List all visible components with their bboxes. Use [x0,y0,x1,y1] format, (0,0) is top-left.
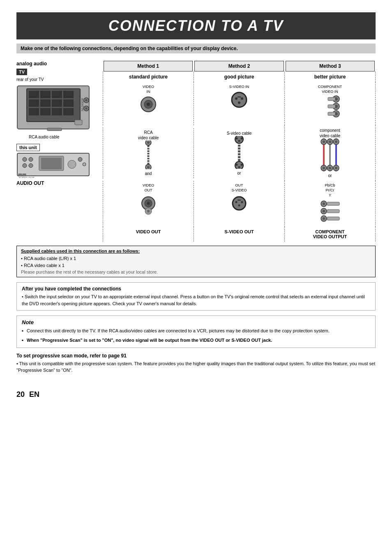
component-unit-connector [316,198,344,224]
method3-tv-connector: COMPONENTVIDEO IN [284,82,376,125]
svg-point-76 [335,140,337,143]
svg-point-94 [323,203,325,205]
note-item-1: • Connect this unit directly to the TV. … [22,327,370,335]
supplied-cables-box: Supplied cables used in this connection … [16,246,376,277]
svg-rect-5 [63,91,74,98]
svg-point-33 [83,163,86,166]
svg-rect-7 [40,99,51,107]
method1-header: Method 1 [104,61,193,71]
svg-point-56 [147,141,150,144]
svg-rect-98 [327,210,339,213]
svg-rect-92 [238,200,241,200]
svg-rect-47 [328,97,335,101]
svg-rect-4 [52,91,62,98]
svg-rect-10 [29,108,39,115]
unit-connectors-row: VIDEOOUT OUTS-VIDEO [103,181,376,227]
method1-quality: standard picture [103,71,194,82]
svg-rect-50 [328,105,335,108]
methods-wrapper: Method 1 Method 2 Method 3 standard pict… [99,61,376,242]
progressive-scan-text: • This unit is compatible with the progr… [16,360,376,374]
svg-point-39 [147,103,150,106]
after-connections-text: • Switch the input selector on your TV t… [22,293,370,307]
svg-point-19 [85,99,88,101]
svg-point-42 [241,97,243,100]
method1-tv-connector: VIDEOIN [103,82,194,125]
svg-point-87 [147,210,150,212]
svg-rect-11 [40,108,51,115]
svg-rect-9 [63,99,74,107]
tv-label: TV [16,69,27,75]
note-section: Note • Connect this unit directly to the… [16,315,376,348]
method2-header: Method 2 [194,61,284,71]
svg-point-65 [236,164,238,166]
component-connector-top [316,94,344,123]
svg-point-26 [23,164,27,168]
svg-rect-8 [52,99,62,107]
svg-rect-95 [327,202,339,205]
unit-label: this unit [16,144,40,151]
note-list: • Connect this unit directly to the TV. … [22,327,370,344]
svg-point-40 [232,92,247,107]
picture-quality-row: standard picture good picture better pic… [103,71,376,82]
svg-point-90 [241,201,243,203]
svg-point-72 [323,140,325,143]
svg-point-27 [29,157,33,161]
method2-tv-connector: S-VIDEO IN [194,82,284,125]
svg-point-60 [235,136,243,143]
rca-unit-connector [137,193,160,216]
svg-point-74 [329,140,331,143]
svideo-connector-top [228,90,251,114]
svg-point-82 [335,167,337,169]
page-title: CONNECTION TO A TV [16,12,376,39]
svg-point-28 [29,164,33,168]
svg-rect-53 [328,112,335,115]
svg-point-97 [323,210,325,212]
method1-unit-connector: VIDEOOUT [103,181,194,227]
svg-point-21 [85,107,88,110]
tv-svg: AUDIO IN L R [16,84,92,131]
svg-rect-13 [63,108,74,115]
rear-label: rear of your TV [16,77,44,82]
method3-cable: component video cable [284,125,376,181]
svideo-unit-connector [228,193,251,216]
svg-point-88 [233,197,246,210]
page-suffix: EN [29,390,39,398]
connection-diagram: analog audio TV rear of your TV [16,61,376,242]
supplied-cables-note: Please purchase the rest of the necessar… [21,269,371,274]
rca-audio-cable-label: RCA audio cable [29,134,60,140]
supplied-cables-list: • RCA audio cable (L/R) x 1 • RCA video … [21,255,371,269]
svg-point-91 [238,204,240,206]
svg-rect-23 [75,120,82,125]
svg-point-85 [147,202,150,205]
svg-point-80 [329,167,331,169]
svg-point-78 [323,167,325,169]
svg-rect-101 [327,217,339,220]
method-headers-row: Method 1 Method 2 Method 3 [103,61,376,71]
note-item-2: • When "Progressive Scan" is set to "ON"… [22,337,370,344]
svg-point-43 [238,101,240,104]
progressive-scan-section: To set progressive scan mode, refer to p… [16,353,376,374]
method2-unit-connector: OUTS-VIDEO [194,181,284,227]
svg-rect-12 [52,108,62,115]
svg-text:AUDIO OUT: AUDIO OUT [18,177,35,178]
subtitle-bar: Make one of the following connections, d… [16,44,376,53]
svg-rect-3 [40,91,51,98]
method3-output-label: COMPONENTVIDEO OUTPUT [284,227,376,242]
svg-point-62 [241,137,243,139]
progressive-scan-title: To set progressive scan mode, refer to p… [16,353,376,359]
method2-cable: S-video cable or [194,128,284,178]
method3-unit-connector: Pb/CbPr/CrY [284,181,376,227]
cable-item-1: • RCA audio cable (L/R) x 1 [21,255,371,262]
left-column: analog audio TV rear of your TV [16,61,99,186]
svg-text:AUDIO IN: AUDIO IN [81,98,84,111]
svg-point-41 [235,97,238,100]
page-container: CONNECTION TO A TV Make one of the follo… [16,12,376,399]
svg-point-58 [147,166,150,168]
method3-quality: better picture [284,71,376,82]
rca-cable-svg [142,140,154,169]
note-title: Note [22,319,370,325]
analog-audio-label: analog audio [16,61,47,67]
svg-point-100 [323,217,325,220]
svg-rect-44 [238,97,241,97]
output-labels-row: VIDEO OUT S-VIDEO OUT COMPONENTVIDEO OUT… [103,227,376,242]
